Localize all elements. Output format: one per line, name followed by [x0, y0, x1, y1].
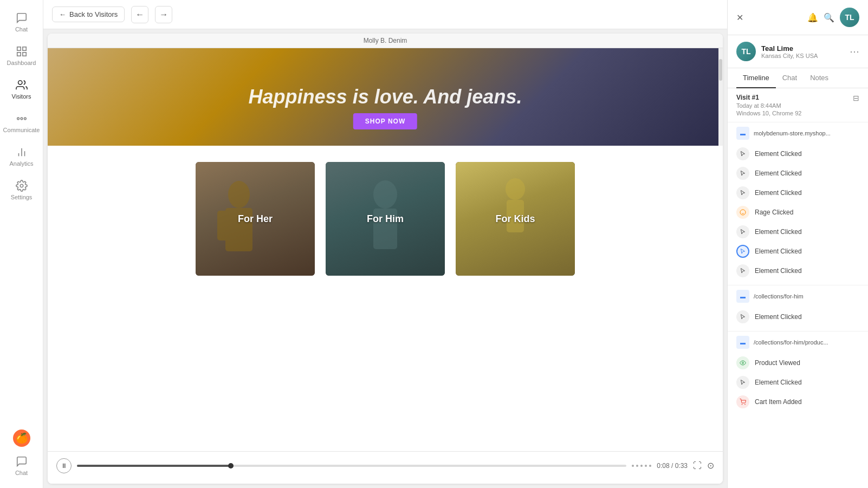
event-label-1-7: Element Clicked — [755, 267, 802, 275]
marker-dot-1 — [632, 465, 634, 467]
next-arrow-icon: → — [159, 10, 168, 19]
event-label-3-3: Cart Item Added — [755, 398, 802, 406]
event-1-4: Rage Clicked — [736, 203, 859, 222]
page-url-2: /collections/for-him — [754, 293, 804, 300]
svg-point-5 — [21, 118, 23, 120]
event-1-1: Element Clicked — [736, 144, 859, 164]
page-url-row-2: ▬ /collections/for-him — [728, 285, 868, 307]
visitor-details: Teal Lime Kansas City, KS USA — [761, 44, 818, 59]
sidebar-item-dashboard[interactable]: Dashboard — [3, 40, 41, 71]
svg-point-18 — [506, 178, 525, 200]
event-1-2: Element Clicked — [736, 164, 859, 183]
event-group-3: Product Viewed Element Clicked Cart Item… — [728, 353, 868, 416]
panel-header: ✕ 🔔 🔍 TL — [728, 0, 868, 35]
pause-icon: ⏸ — [61, 462, 67, 470]
topbar: ← Back to Visitors ← → — [43, 0, 727, 29]
svg-rect-2 — [22, 53, 25, 56]
marker-dot-2 — [636, 465, 638, 467]
sidebar-item-communicate[interactable]: Communicate — [3, 107, 41, 139]
click-icon-1 — [736, 147, 749, 160]
event-label-1-2: Element Clicked — [755, 170, 802, 177]
prev-nav-button[interactable]: ← — [131, 6, 148, 23]
svg-rect-0 — [17, 47, 20, 50]
notification-icon[interactable]: 🔔 — [807, 12, 818, 23]
browser-content: Happiness is love. And jeans. SHOP NOW — [48, 48, 723, 484]
right-panel: ✕ 🔔 🔍 TL TL Teal Lime Kansas City, KS US… — [727, 0, 868, 488]
event-2-1: Element Clicked — [736, 307, 859, 327]
collection-card-for-her[interactable]: For Her — [196, 162, 315, 276]
click-icon-p2-1 — [736, 310, 749, 323]
marker-dot-5 — [649, 465, 651, 467]
sidebar-item-analytics[interactable]: Analytics — [3, 141, 41, 172]
marker-dot-4 — [645, 465, 647, 467]
event-label-1-3: Element Clicked — [755, 189, 802, 197]
svg-point-20 — [740, 210, 746, 215]
page-icon-2: ▬ — [736, 290, 749, 303]
prev-arrow-icon: ← — [135, 10, 144, 19]
visit-info: Visit #1 Today at 8:44AM Windows 10, Chr… — [736, 94, 801, 116]
event-label-1-4: Rage Clicked — [755, 209, 793, 216]
timeline-track[interactable] — [77, 465, 626, 467]
click-icon-7 — [736, 264, 749, 277]
visitor-info: TL Teal Lime Kansas City, KS USA ⋯ — [728, 35, 868, 68]
panel-visitor-avatar: TL — [840, 8, 859, 27]
card-label-for-him: For Him — [367, 213, 404, 225]
panel-tabs: Timeline Chat Notes — [728, 68, 868, 88]
collection-card-for-him[interactable]: For Him — [326, 162, 445, 276]
visitor-more-button[interactable]: ⋯ — [850, 45, 859, 57]
close-panel-button[interactable]: ✕ — [736, 12, 743, 23]
tab-timeline[interactable]: Timeline — [736, 68, 776, 88]
event-label-3-1: Product Viewed — [755, 359, 800, 367]
event-label-1-1: Element Clicked — [755, 150, 802, 158]
sidebar-item-chat[interactable]: Chat — [3, 6, 41, 38]
page-url-3: /collections/for-him/produc... — [754, 339, 828, 346]
search-panel-icon[interactable]: 🔍 — [824, 12, 834, 23]
shop-now-button[interactable]: SHOP NOW — [353, 113, 417, 129]
svg-rect-1 — [22, 47, 25, 50]
card-label-for-her: For Her — [238, 213, 273, 225]
svg-point-23 — [745, 404, 746, 405]
collection-card-for-kids[interactable]: For Kids — [456, 162, 575, 276]
event-label-1-6: Element Clicked — [755, 248, 802, 255]
sidebar-item-settings[interactable]: Settings — [3, 174, 41, 206]
tab-notes[interactable]: Notes — [804, 68, 835, 88]
pause-button[interactable]: ⏸ — [56, 458, 72, 473]
event-1-3: Element Clicked — [736, 183, 859, 203]
page-icon-1: ▬ — [736, 127, 749, 140]
tab-chat[interactable]: Chat — [776, 68, 804, 88]
event-1-7: Element Clicked — [736, 261, 859, 281]
timeline-progress — [77, 465, 231, 467]
visitor-avatar-main: TL — [736, 42, 756, 61]
sidebar-item-visitors[interactable]: Visitors — [3, 74, 41, 105]
browser-frame: Molly B. Denim Happiness is love. And je… — [48, 34, 723, 484]
event-group-2: Element Clicked — [728, 307, 868, 331]
event-1-5: Element Clicked — [736, 222, 859, 242]
rage-icon — [736, 206, 749, 219]
scrollbar[interactable] — [718, 48, 723, 146]
timeline-content: Visit #1 Today at 8:44AM Windows 10, Chr… — [728, 88, 868, 488]
scrollbar-thumb — [719, 59, 722, 81]
sidebar: Chat Dashboard Visitors Communicate Anal… — [0, 0, 43, 488]
event-label-2-1: Element Clicked — [755, 313, 802, 321]
settings-playback-button[interactable]: ⊙ — [707, 460, 714, 471]
next-nav-button[interactable]: → — [155, 6, 172, 23]
svg-point-4 — [18, 81, 22, 84]
eye-icon — [736, 356, 749, 369]
back-to-visitors-button[interactable]: ← Back to Visitors — [52, 6, 125, 22]
svg-point-6 — [24, 118, 26, 120]
svg-rect-14 — [217, 211, 228, 240]
page-url-row-3: ▬ /collections/for-him/produc... — [728, 331, 868, 353]
page-url-row-1: ▬ molybdenum-store.myshop... — [728, 122, 868, 144]
sidebar-item-chat-bottom[interactable]: Chat — [3, 450, 41, 482]
event-3-1: Product Viewed — [736, 353, 859, 373]
time-display: 0:08 / 0:33 — [657, 462, 688, 470]
click-active-icon — [736, 245, 749, 258]
filter-button[interactable]: ⊟ — [853, 94, 859, 102]
click-icon-3 — [736, 186, 749, 199]
svg-point-22 — [742, 404, 742, 405]
playback-bar: ⏸ 0:08 / 0:33 ⛶ ⊙ — [48, 451, 723, 479]
page-icon-3: ▬ — [736, 336, 749, 349]
event-1-6: Element Clicked — [736, 242, 859, 261]
event-3-2: Element Clicked — [736, 373, 859, 392]
fullscreen-button[interactable]: ⛶ — [693, 461, 702, 471]
